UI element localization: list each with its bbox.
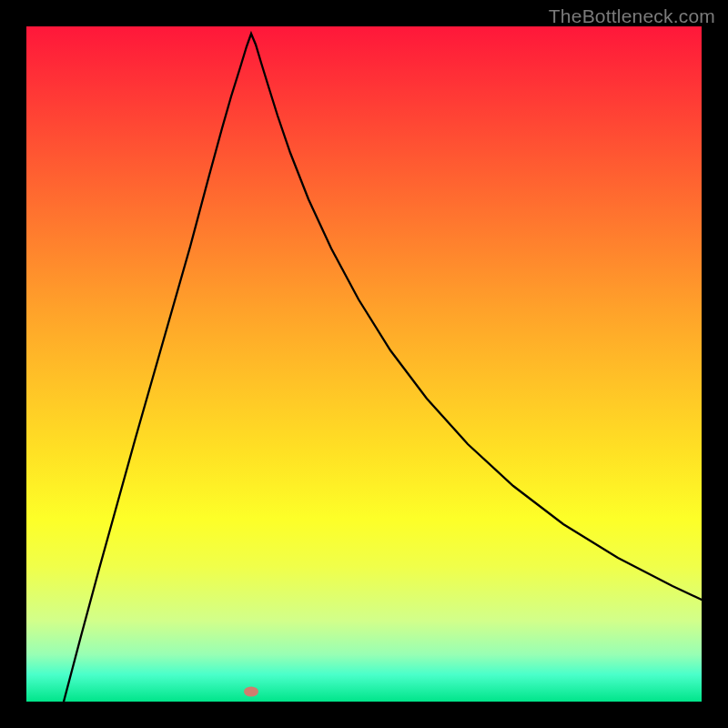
plot-area: [26, 26, 702, 702]
chart-curve: [64, 34, 702, 702]
optimal-point-marker: [244, 687, 258, 697]
watermark-text: TheBottleneck.com: [549, 5, 715, 27]
curve-layer: [26, 26, 702, 702]
